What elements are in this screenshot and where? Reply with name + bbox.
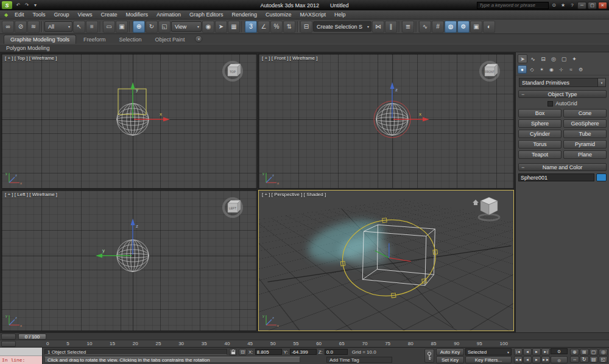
tab-display[interactable]: ▢ — [559, 54, 569, 63]
y-coordinate-field[interactable] — [290, 349, 317, 355]
help-icon[interactable]: ? — [568, 2, 576, 9]
bind-to-spacewarp-button[interactable]: ≋ — [27, 21, 40, 33]
percent-snap-toggle[interactable]: % — [270, 21, 283, 33]
menu-maxscript[interactable]: MAXScript — [296, 12, 331, 18]
select-and-rotate-button[interactable]: ↻ — [146, 21, 158, 33]
teapot-button[interactable]: Teapot — [518, 150, 561, 159]
move-gizmo-z-axis[interactable]: z — [390, 82, 398, 118]
viewcube[interactable] — [471, 195, 504, 223]
tab-object-paint[interactable]: Object Paint — [149, 35, 191, 44]
auto-key-button[interactable]: Auto Key — [436, 348, 464, 355]
render-production-button[interactable]: ◐ — [483, 21, 495, 33]
unlink-selection-button[interactable]: ⊘ — [15, 21, 27, 33]
zoom-all-button[interactable]: ⊞ — [580, 349, 589, 355]
tab-motion[interactable]: ◎ — [549, 54, 558, 63]
pyramid-button[interactable]: Pyramid — [563, 140, 607, 149]
edit-named-selection-sets-button[interactable]: ⊟ — [300, 21, 312, 33]
timeline-left-button[interactable] — [1, 341, 16, 347]
geosphere-button[interactable]: GeoSphere — [563, 119, 607, 128]
layer-manager-button[interactable]: ≣ — [402, 21, 414, 33]
sphere-object[interactable]: z x — [347, 74, 438, 165]
viewport-front-label[interactable]: [ + ] [ Front ] [ Wireframe ] — [262, 55, 317, 61]
reference-coordinate-dropdown[interactable]: View ▾ — [171, 21, 202, 32]
select-and-link-button[interactable]: ∞ — [2, 21, 14, 33]
add-time-tag[interactable]: Add Time Tag — [326, 357, 392, 363]
move-gizmo-x-axis[interactable]: x — [393, 111, 429, 122]
tab-hierarchy[interactable]: ⊟ — [538, 54, 548, 63]
tube-button[interactable]: Tube — [563, 130, 607, 138]
move-gizmo-x-axis[interactable]: x — [134, 111, 170, 122]
track-bar-left-button[interactable] — [1, 334, 16, 340]
viewport-perspective[interactable]: [ + ] [ Perspective ] [ Shaded ] — [258, 190, 514, 331]
named-selection-set-dropdown[interactable]: Create Selection S ▾ — [313, 21, 371, 32]
select-and-manipulate-button[interactable]: ➤ — [215, 21, 227, 33]
object-name-field[interactable] — [518, 173, 594, 181]
move-gizmo-y-axis[interactable]: y — [131, 82, 139, 118]
menu-modifiers[interactable]: Modifiers — [121, 12, 152, 18]
workspace-dropdown-icon[interactable]: ▾ — [31, 1, 40, 9]
schematic-view-button[interactable]: # — [432, 21, 444, 33]
next-key-button[interactable]: ►► — [541, 356, 550, 363]
menu-customize[interactable]: Customize — [261, 12, 296, 18]
x-coordinate-field[interactable] — [255, 349, 282, 355]
select-and-move-button[interactable]: ⊕ — [133, 21, 145, 33]
category-systems-icon[interactable]: ⚙ — [576, 65, 585, 74]
selection-lock-toggle[interactable] — [229, 349, 237, 355]
orbit-button[interactable]: ↻ — [580, 356, 589, 363]
viewport-top-label[interactable]: [ + ] [ Top ] [ Wireframe ] — [5, 55, 57, 61]
rectangular-selection-region-button[interactable]: ▭ — [103, 21, 115, 33]
category-cameras-icon[interactable]: ◉ — [547, 65, 556, 74]
zoom-button[interactable]: ⊕ — [570, 349, 579, 355]
menubar-app-icon[interactable]: ◆ — [2, 11, 10, 18]
select-and-scale-button[interactable]: ◱ — [158, 21, 171, 33]
viewcube[interactable]: LEFT — [219, 195, 247, 220]
menu-views[interactable]: Views — [74, 12, 97, 18]
absolute-mode-toggle[interactable]: ⊡ — [239, 349, 247, 355]
zoom-extents-button[interactable]: ▢ — [590, 349, 599, 355]
close-button[interactable]: ✕ — [598, 2, 607, 9]
plane-button[interactable]: Plane — [563, 150, 607, 159]
sphere-object[interactable]: z y — [87, 210, 178, 301]
time-configuration-button[interactable]: ◎ — [551, 356, 568, 363]
next-frame-button[interactable]: ► — [532, 356, 541, 363]
z-coordinate-field[interactable] — [325, 349, 348, 355]
go-to-start-button[interactable]: |◄ — [514, 348, 523, 355]
cone-button[interactable]: Cone — [563, 109, 607, 117]
use-pivot-center-button[interactable]: ◉ — [202, 21, 214, 33]
box-button[interactable]: Box — [518, 109, 561, 117]
set-key-button[interactable]: Set Key — [436, 356, 464, 363]
viewcube[interactable]: TOP — [219, 58, 247, 84]
category-helpers-icon[interactable]: ⊹ — [557, 65, 566, 74]
tab-graphite-modeling-tools[interactable]: Graphite Modeling Tools — [4, 35, 76, 44]
viewport-left[interactable]: [ + ] [ Left ] [ Wireframe ] z — [1, 190, 257, 331]
viewcube-home-icon[interactable] — [473, 200, 479, 205]
category-spacewarps-icon[interactable]: ≈ — [566, 65, 576, 74]
torus-button[interactable]: Torus — [518, 140, 561, 149]
key-filters-button[interactable]: Key Filters... — [465, 356, 512, 363]
menu-group[interactable]: Group — [50, 12, 74, 18]
search-input[interactable] — [477, 2, 549, 9]
category-lights-icon[interactable]: ✶ — [537, 65, 546, 74]
listener-macro-row[interactable] — [0, 348, 42, 356]
tab-utilities[interactable]: ✦ — [569, 54, 579, 63]
field-of-view-button[interactable]: ◎ — [599, 349, 608, 355]
tab-freeform[interactable]: Freeform — [77, 35, 112, 44]
menu-rendering[interactable]: Rendering — [228, 12, 262, 18]
mirror-button[interactable]: ⋈ — [372, 21, 384, 33]
snap-toggle-3d[interactable]: 3 — [245, 21, 257, 33]
ribbon-panel-polygon-modeling[interactable]: Polygon Modeling — [0, 44, 609, 52]
viewport-top[interactable]: [ + ] [ Top ] [ Wireframe ] y — [1, 54, 257, 189]
listener-script-row[interactable]: In line: — [0, 356, 42, 364]
tab-create[interactable]: ➤ — [518, 54, 527, 63]
move-gizmo-y-axis[interactable]: y — [96, 248, 132, 258]
zoom-region-button[interactable]: ▤ — [590, 356, 599, 363]
menu-graph-editors[interactable]: Graph Editors — [185, 12, 228, 18]
viewport-perspective-label[interactable]: [ + ] [ Perspective ] [ Shaded ] — [262, 192, 326, 197]
play-button[interactable]: ► — [532, 348, 541, 355]
previous-frame-button[interactable]: ◄ — [523, 348, 532, 355]
primitive-category-dropdown[interactable]: Standard Primitives ▾ — [519, 78, 606, 87]
menu-tools[interactable]: Tools — [29, 12, 50, 18]
spinner-snap-toggle[interactable]: ⇅ — [283, 21, 295, 33]
select-object-button[interactable]: ↖ — [73, 21, 85, 33]
ribbon-minimize-icon[interactable]: ▾ — [195, 35, 202, 43]
